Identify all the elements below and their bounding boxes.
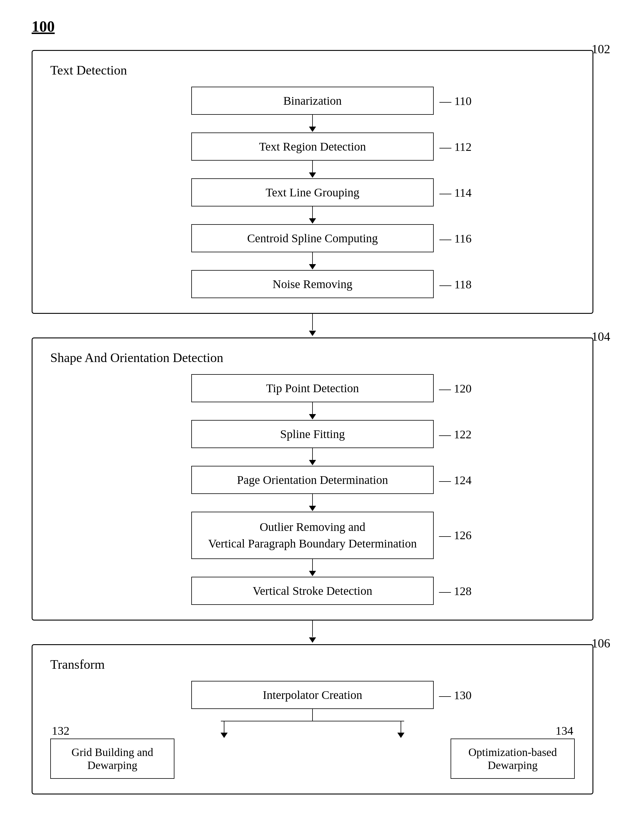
text-detection-title: Text Detection [50, 63, 575, 78]
arrow-126-128 [50, 559, 575, 577]
transform-section: 106 Transform Interpolator Creation — 13… [32, 644, 593, 795]
branch-boxes: 132 Grid Building and Dewarping 134 Opti… [50, 739, 575, 779]
text-detection-corner-label: 102 [592, 42, 610, 56]
page-orientation-box: Page Orientation Determination — 124 [191, 466, 434, 494]
split-right-arrow [397, 721, 404, 738]
noise-removing-label: — 118 [439, 277, 471, 291]
centroid-spline-box: Centroid Spline Computing — 116 [191, 224, 434, 252]
shape-orientation-title: Shape And Orientation Detection [50, 350, 575, 365]
split-h-line [221, 721, 404, 722]
interpolator-creation-box: Interpolator Creation — 130 [191, 681, 434, 709]
interpolator-number: — 130 [439, 688, 471, 702]
tip-point-label: — 120 [439, 381, 471, 395]
shape-orientation-section: 104 Shape And Orientation Detection Tip … [32, 338, 593, 621]
page-orientation-label: — 124 [439, 473, 471, 487]
transform-corner-label: 106 [592, 636, 610, 650]
text-detection-section: 102 Text Detection Binarization — 110 Te… [32, 50, 593, 314]
tip-point-detection-box: Tip Point Detection — 120 [191, 374, 434, 402]
branch-right-label: 134 [555, 724, 573, 738]
diagram-top-label: 100 [32, 18, 55, 35]
text-line-grouping-box: Text Line Grouping — 114 [191, 178, 434, 207]
spline-fitting-box: Spline Fitting — 122 [191, 420, 434, 448]
vertical-stroke-box: Vertical Stroke Detection — 128 [191, 577, 434, 605]
branch-left-container: 132 Grid Building and Dewarping [50, 739, 174, 779]
shape-orientation-corner-label: 104 [592, 330, 610, 344]
split-arrows [191, 709, 434, 739]
branch-left-label: 132 [52, 724, 70, 738]
text-line-label: — 114 [439, 185, 471, 199]
text-region-label: — 112 [439, 140, 471, 154]
transform-title: Transform [50, 657, 575, 672]
arrow-120-122 [50, 402, 575, 420]
spline-fitting-label: — 122 [439, 427, 471, 441]
arrow-section-2-3 [32, 621, 593, 644]
outlier-removing-box: Outlier Removing andVertical Paragraph B… [191, 512, 434, 559]
arrow-114-116 [50, 207, 575, 224]
vertical-stroke-label: — 128 [439, 584, 471, 598]
arrow-112-114 [50, 160, 575, 178]
arrow-122-124 [50, 448, 575, 466]
grid-building-box: Grid Building and Dewarping [50, 739, 174, 779]
arrow-124-126 [50, 494, 575, 512]
diagram-container: 100 102 Text Detection Binarization — 11… [32, 18, 593, 795]
branch-right-container: 134 Optimization-based Dewarping [451, 739, 575, 779]
arrow-section-1-2 [32, 314, 593, 338]
centroid-spline-label: — 116 [439, 231, 471, 245]
noise-removing-box: Noise Removing — 118 [191, 270, 434, 298]
optimization-dewarping-box: Optimization-based Dewarping [451, 739, 575, 779]
split-v-line [312, 709, 313, 721]
binarization-label: — 110 [439, 94, 471, 108]
binarization-box: Binarization — 110 [191, 87, 434, 115]
arrow-110-112 [50, 115, 575, 132]
split-left-arrow [221, 721, 228, 738]
outlier-removing-label: — 126 [439, 527, 471, 544]
arrow-116-118 [50, 252, 575, 270]
text-region-detection-box: Text Region Detection — 112 [191, 132, 434, 160]
